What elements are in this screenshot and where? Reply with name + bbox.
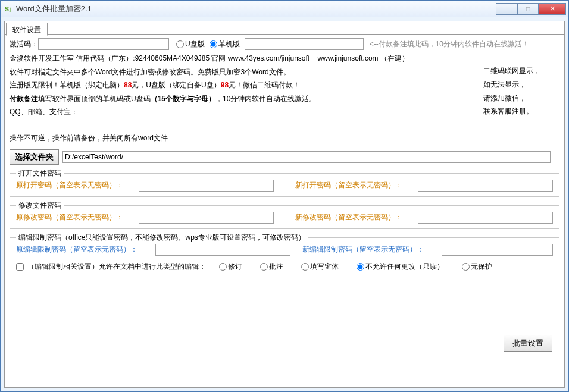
opt-form-label: 填写窗体	[310, 262, 339, 272]
titlebar: Sj Word文件批量加密2.1 — □ ✕	[1, 1, 568, 17]
app-icon: Sj	[3, 4, 12, 14]
info-url1: www.43yes.com/jinjunsoft	[228, 54, 309, 62]
qr-l4: 联系客服注册。	[483, 105, 555, 118]
opt-rev-wrap[interactable]: 修订	[219, 262, 242, 272]
info-line3b: 元，U盘版（绑定自备U盘）	[132, 81, 220, 89]
new-open-pw-label: 新打开密码（留空表示无密码）：	[295, 180, 414, 190]
info-line1a: 金浚软件开发工作室 信用代码（广东）:92440605MA4X049J85 官网	[10, 54, 226, 62]
qr-l2: 如无法显示，	[483, 78, 555, 92]
opt-rev-label: 修订	[228, 262, 242, 272]
info-block: 金浚软件开发工作室 信用代码（广东）:92440605MA4X049J85 官网…	[10, 52, 559, 119]
old-restrict-pw-input[interactable]	[155, 244, 290, 256]
new-modify-pw-label: 新修改密码（留空表示无密码）：	[295, 212, 414, 222]
upan-radio-wrap[interactable]: U盘版	[176, 39, 205, 49]
restrict-checkbox-label: （编辑限制相关设置）允许在文档中进行此类型的编辑：	[27, 262, 206, 272]
opt-none-radio[interactable]	[462, 263, 470, 271]
close-button[interactable]: ✕	[539, 3, 566, 15]
minimize-button[interactable]: —	[496, 3, 517, 15]
upan-radio[interactable]	[176, 40, 184, 48]
opt-readonly-wrap[interactable]: 不允许任何更改（只读）	[357, 262, 444, 272]
opt-none-wrap[interactable]: 无保护	[462, 262, 492, 272]
modify-password-fieldset: 修改文件密码 原修改密码（留空表示无密码）： 新修改密码（留空表示无密码）：	[10, 205, 559, 229]
info-line3c: 元！微信二维码付款！	[229, 81, 300, 89]
client-area: 软件设置 激活码： U盘版 单机版 <--付款备注填此码，10分钟内软件自动在线…	[4, 21, 565, 388]
tabstrip: 软件设置	[5, 21, 564, 35]
price2: 98	[221, 81, 229, 89]
activation-label: 激活码：	[10, 39, 38, 49]
old-open-pw-input[interactable]	[139, 180, 274, 192]
new-restrict-pw-input[interactable]	[442, 244, 553, 256]
opt-readonly-label: 不允许任何更改（只读）	[365, 262, 444, 272]
new-open-pw-input[interactable]	[418, 180, 553, 192]
restrict-options: （编辑限制相关设置）允许在文档中进行此类型的编辑： 修订 批注 填写窗体 不允许…	[16, 262, 553, 272]
danji-radio[interactable]	[210, 40, 217, 48]
modify-password-legend: 修改文件密码	[16, 200, 64, 211]
opt-comment-wrap[interactable]: 批注	[260, 262, 283, 272]
restrict-fieldset: 编辑限制密码（office只能设置密码，不能修改密码。wps专业版可设置密码，可…	[10, 237, 559, 277]
opt-readonly-radio[interactable]	[357, 263, 364, 271]
info-line4d: ，10分钟内软件自动在线激活。	[215, 95, 316, 103]
content: 激活码： U盘版 单机版 <--付款备注填此码，10分钟内软件自动在线激活！ 金…	[5, 35, 564, 387]
info-line4a: 付款备注	[10, 95, 38, 103]
old-restrict-pw-label: 原编辑限制密码（留空表示无密码）：	[16, 244, 152, 255]
open-password-legend: 打开文件密码	[16, 168, 64, 178]
app-window: Sj Word文件批量加密2.1 — □ ✕ 软件设置 激活码： U盘版 单机版	[0, 0, 569, 392]
activation-hint: <--付款备注填此码，10分钟内软件自动在线激活！	[370, 39, 529, 49]
maximize-button[interactable]: □	[517, 3, 539, 15]
qr-l3: 请添加微信，	[483, 92, 555, 105]
info-line3a: 注册版无限制！单机版（绑定电脑）	[10, 81, 124, 89]
opt-form-wrap[interactable]: 填写窗体	[301, 262, 339, 272]
folder-path-input[interactable]	[62, 151, 551, 163]
price1: 88	[124, 81, 132, 89]
warning-line: 操作不可逆，操作前请备份，并关闭所有word文件	[10, 133, 559, 143]
qr-l1: 二维码联网显示，	[483, 64, 555, 78]
info-line4c: （15个数字与字母）	[151, 95, 215, 103]
danji-label: 单机版	[218, 39, 240, 49]
folder-row: 选择文件夹	[10, 149, 559, 165]
info-line5: QQ、邮箱、支付宝：	[10, 106, 559, 119]
window-controls: — □ ✕	[496, 3, 566, 15]
upan-label: U盘版	[185, 39, 205, 49]
info-line2: 软件可对指定文件夹中多个Word文件进行加密或修改密码。免费版只加密3个Word…	[10, 66, 559, 79]
batch-set-button[interactable]: 批量设置	[504, 335, 552, 352]
old-open-pw-label: 原打开密码（留空表示无密码）：	[16, 180, 135, 190]
activation-code-input[interactable]	[38, 38, 169, 50]
open-password-fieldset: 打开文件密码 原打开密码（留空表示无密码）： 新打开密码（留空表示无密码）：	[10, 173, 559, 197]
info-line4b: 填写软件界面顶部的单机码或U盘码	[38, 95, 151, 103]
restrict-legend: 编辑限制密码（office只能设置密码，不能修改密码。wps专业版可设置密码，可…	[16, 233, 308, 243]
info-url2: www.jinjunsoft.com	[318, 54, 379, 62]
select-folder-button[interactable]: 选择文件夹	[10, 149, 59, 165]
opt-none-label: 无保护	[471, 262, 492, 272]
opt-comment-radio[interactable]	[260, 263, 268, 271]
danji-radio-wrap[interactable]: 单机版	[210, 39, 240, 49]
opt-form-radio[interactable]	[301, 263, 309, 271]
window-title: Word文件批量加密2.1	[16, 4, 496, 14]
old-modify-pw-label: 原修改密码（留空表示无密码）：	[16, 212, 135, 222]
activation-row: 激活码： U盘版 单机版 <--付款备注填此码，10分钟内软件自动在线激活！	[10, 38, 559, 50]
qr-hint-box: 二维码联网显示， 如无法显示， 请添加微信， 联系客服注册。	[483, 64, 555, 118]
new-restrict-pw-label: 新编辑限制密码（留空表示无密码）：	[302, 244, 438, 255]
machine-code-input[interactable]	[245, 38, 364, 50]
tab-settings[interactable]: 软件设置	[6, 23, 48, 36]
opt-comment-label: 批注	[269, 262, 283, 272]
restrict-enable-checkbox[interactable]	[16, 263, 24, 271]
old-modify-pw-input[interactable]	[139, 212, 274, 224]
info-line1b: （在建）	[380, 54, 409, 62]
opt-rev-radio[interactable]	[219, 263, 227, 271]
new-modify-pw-input[interactable]	[418, 212, 553, 224]
